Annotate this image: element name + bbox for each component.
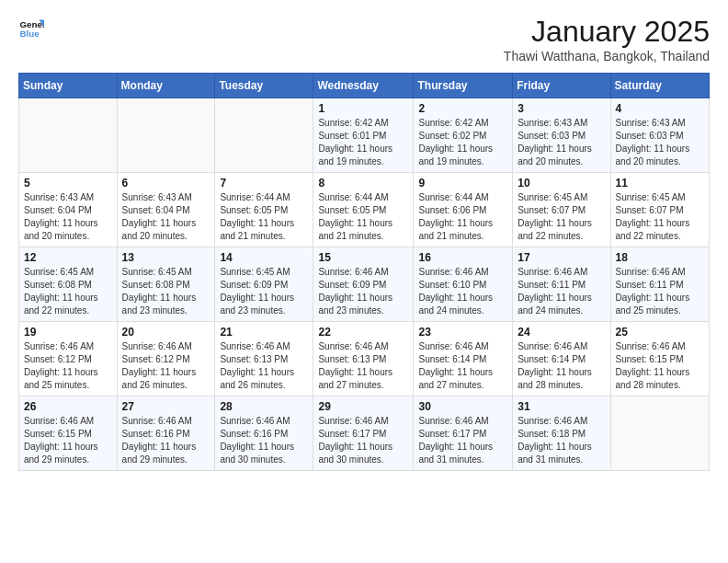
day-info: Sunrise: 6:46 AM Sunset: 6:16 PM Dayligh… — [122, 415, 210, 466]
day-number: 21 — [220, 326, 308, 339]
calendar-cell: 23Sunrise: 6:46 AM Sunset: 6:14 PM Dayli… — [414, 322, 513, 396]
col-header-tuesday: Tuesday — [215, 74, 313, 98]
day-number: 22 — [318, 326, 408, 339]
calendar-cell: 29Sunrise: 6:46 AM Sunset: 6:17 PM Dayli… — [313, 396, 414, 471]
col-header-friday: Friday — [513, 74, 610, 98]
day-info: Sunrise: 6:43 AM Sunset: 6:03 PM Dayligh… — [518, 117, 605, 168]
calendar-cell: 22Sunrise: 6:46 AM Sunset: 6:13 PM Dayli… — [313, 322, 414, 396]
calendar-cell: 14Sunrise: 6:45 AM Sunset: 6:09 PM Dayli… — [215, 247, 313, 322]
calendar-cell: 10Sunrise: 6:45 AM Sunset: 6:07 PM Dayli… — [513, 173, 610, 247]
calendar-cell: 2Sunrise: 6:42 AM Sunset: 6:02 PM Daylig… — [414, 98, 513, 173]
day-number: 15 — [318, 251, 408, 264]
calendar-cell: 20Sunrise: 6:46 AM Sunset: 6:12 PM Dayli… — [117, 322, 215, 396]
calendar-cell — [215, 98, 313, 173]
day-info: Sunrise: 6:46 AM Sunset: 6:12 PM Dayligh… — [122, 340, 210, 392]
day-info: Sunrise: 6:43 AM Sunset: 6:04 PM Dayligh… — [122, 191, 210, 243]
day-number: 13 — [122, 251, 210, 264]
day-number: 31 — [518, 400, 605, 413]
logo-icon: General Blue — [18, 15, 44, 40]
calendar-cell: 31Sunrise: 6:46 AM Sunset: 6:18 PM Dayli… — [513, 396, 610, 471]
title-block: January 2025 Thawi Watthana, Bangkok, Th… — [504, 15, 710, 63]
day-info: Sunrise: 6:46 AM Sunset: 6:14 PM Dayligh… — [518, 340, 605, 392]
calendar-cell: 26Sunrise: 6:46 AM Sunset: 6:15 PM Dayli… — [19, 396, 118, 471]
day-info: Sunrise: 6:42 AM Sunset: 6:01 PM Dayligh… — [318, 117, 408, 168]
logo: General Blue — [18, 15, 44, 40]
col-header-saturday: Saturday — [610, 74, 709, 98]
calendar-cell: 5Sunrise: 6:43 AM Sunset: 6:04 PM Daylig… — [19, 173, 118, 247]
calendar-cell: 15Sunrise: 6:46 AM Sunset: 6:09 PM Dayli… — [313, 247, 414, 322]
calendar-cell — [610, 396, 709, 471]
svg-text:Blue: Blue — [19, 29, 40, 39]
day-number: 19 — [24, 326, 112, 339]
day-number: 3 — [518, 102, 605, 115]
day-number: 16 — [418, 251, 507, 264]
col-header-sunday: Sunday — [19, 74, 118, 98]
calendar-cell: 8Sunrise: 6:44 AM Sunset: 6:05 PM Daylig… — [313, 173, 414, 247]
day-number: 29 — [318, 400, 408, 413]
day-info: Sunrise: 6:46 AM Sunset: 6:16 PM Dayligh… — [220, 415, 308, 466]
day-info: Sunrise: 6:46 AM Sunset: 6:09 PM Dayligh… — [318, 266, 408, 317]
day-info: Sunrise: 6:44 AM Sunset: 6:05 PM Dayligh… — [318, 191, 408, 243]
col-header-wednesday: Wednesday — [313, 74, 414, 98]
day-number: 2 — [418, 102, 507, 115]
day-number: 27 — [122, 400, 210, 413]
day-info: Sunrise: 6:43 AM Sunset: 6:03 PM Dayligh… — [616, 117, 704, 168]
calendar-cell: 12Sunrise: 6:45 AM Sunset: 6:08 PM Dayli… — [19, 247, 118, 322]
day-number: 12 — [24, 251, 112, 264]
week-row-1: 1Sunrise: 6:42 AM Sunset: 6:01 PM Daylig… — [19, 98, 710, 173]
calendar-cell: 17Sunrise: 6:46 AM Sunset: 6:11 PM Dayli… — [513, 247, 610, 322]
day-number: 24 — [518, 326, 605, 339]
day-number: 28 — [220, 400, 308, 413]
day-number: 14 — [220, 251, 308, 264]
day-number: 30 — [418, 400, 507, 413]
calendar-cell: 3Sunrise: 6:43 AM Sunset: 6:03 PM Daylig… — [513, 98, 610, 173]
calendar-cell: 28Sunrise: 6:46 AM Sunset: 6:16 PM Dayli… — [215, 396, 313, 471]
day-number: 26 — [24, 400, 112, 413]
calendar-cell: 9Sunrise: 6:44 AM Sunset: 6:06 PM Daylig… — [414, 173, 513, 247]
calendar-cell: 19Sunrise: 6:46 AM Sunset: 6:12 PM Dayli… — [19, 322, 118, 396]
day-number: 6 — [122, 177, 210, 190]
day-info: Sunrise: 6:44 AM Sunset: 6:06 PM Dayligh… — [418, 191, 507, 243]
day-number: 23 — [418, 326, 507, 339]
day-info: Sunrise: 6:46 AM Sunset: 6:14 PM Dayligh… — [418, 340, 507, 392]
calendar-table: SundayMondayTuesdayWednesdayThursdayFrid… — [18, 73, 710, 471]
day-info: Sunrise: 6:45 AM Sunset: 6:08 PM Dayligh… — [24, 266, 112, 317]
day-number: 9 — [418, 177, 507, 190]
page-header: General Blue January 2025 Thawi Watthana… — [18, 15, 710, 63]
day-number: 4 — [616, 102, 704, 115]
day-info: Sunrise: 6:46 AM Sunset: 6:12 PM Dayligh… — [24, 340, 112, 392]
day-info: Sunrise: 6:45 AM Sunset: 6:09 PM Dayligh… — [220, 266, 308, 317]
day-info: Sunrise: 6:46 AM Sunset: 6:11 PM Dayligh… — [518, 266, 605, 317]
day-number: 11 — [616, 177, 704, 190]
header-row: SundayMondayTuesdayWednesdayThursdayFrid… — [19, 74, 710, 98]
week-row-4: 19Sunrise: 6:46 AM Sunset: 6:12 PM Dayli… — [19, 322, 710, 396]
calendar-cell: 4Sunrise: 6:43 AM Sunset: 6:03 PM Daylig… — [610, 98, 709, 173]
calendar-cell: 30Sunrise: 6:46 AM Sunset: 6:17 PM Dayli… — [414, 396, 513, 471]
calendar-cell — [117, 98, 215, 173]
calendar-cell: 13Sunrise: 6:45 AM Sunset: 6:08 PM Dayli… — [117, 247, 215, 322]
week-row-2: 5Sunrise: 6:43 AM Sunset: 6:04 PM Daylig… — [19, 173, 710, 247]
day-number: 20 — [122, 326, 210, 339]
day-number: 7 — [220, 177, 308, 190]
day-number: 10 — [518, 177, 605, 190]
day-number: 18 — [616, 251, 704, 264]
day-info: Sunrise: 6:44 AM Sunset: 6:05 PM Dayligh… — [220, 191, 308, 243]
calendar-cell: 27Sunrise: 6:46 AM Sunset: 6:16 PM Dayli… — [117, 396, 215, 471]
day-number: 5 — [24, 177, 112, 190]
day-info: Sunrise: 6:46 AM Sunset: 6:10 PM Dayligh… — [418, 266, 507, 317]
calendar-cell: 1Sunrise: 6:42 AM Sunset: 6:01 PM Daylig… — [313, 98, 414, 173]
day-info: Sunrise: 6:46 AM Sunset: 6:11 PM Dayligh… — [616, 266, 704, 317]
week-row-5: 26Sunrise: 6:46 AM Sunset: 6:15 PM Dayli… — [19, 396, 710, 471]
calendar-cell: 11Sunrise: 6:45 AM Sunset: 6:07 PM Dayli… — [610, 173, 709, 247]
calendar-cell: 25Sunrise: 6:46 AM Sunset: 6:15 PM Dayli… — [610, 322, 709, 396]
day-info: Sunrise: 6:46 AM Sunset: 6:13 PM Dayligh… — [318, 340, 408, 392]
calendar-title: January 2025 — [504, 15, 710, 49]
day-number: 1 — [318, 102, 408, 115]
day-number: 8 — [318, 177, 408, 190]
day-info: Sunrise: 6:46 AM Sunset: 6:15 PM Dayligh… — [616, 340, 704, 392]
day-info: Sunrise: 6:46 AM Sunset: 6:17 PM Dayligh… — [418, 415, 507, 466]
day-number: 17 — [518, 251, 605, 264]
calendar-cell: 21Sunrise: 6:46 AM Sunset: 6:13 PM Dayli… — [215, 322, 313, 396]
day-info: Sunrise: 6:45 AM Sunset: 6:07 PM Dayligh… — [518, 191, 605, 243]
day-info: Sunrise: 6:43 AM Sunset: 6:04 PM Dayligh… — [24, 191, 112, 243]
